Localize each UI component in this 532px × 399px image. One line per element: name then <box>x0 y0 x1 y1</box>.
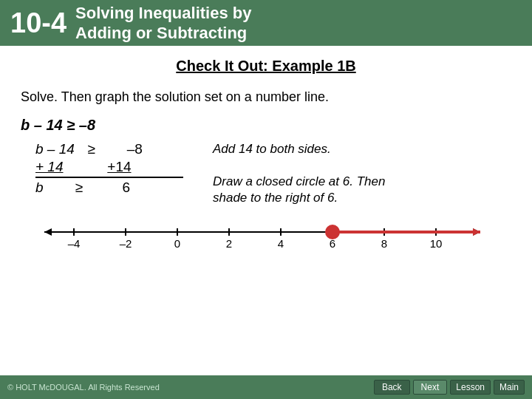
nav-buttons: Back Next Lesson Main <box>374 380 525 395</box>
header: 10-4 Solving Inequalities by Adding or S… <box>0 0 532 46</box>
copyright: © HOLT McDOUGAL. All Rights Reserved <box>7 383 160 392</box>
math-row-2: + 14 +14 <box>35 159 183 178</box>
main-button[interactable]: Main <box>494 380 525 395</box>
step3-op: ≥ <box>68 180 90 196</box>
math-steps: b – 14 ≥ –8 + 14 +14 b ≥ 6 <box>35 141 183 206</box>
problem-label: b – 14 ≥ –8 <box>21 117 511 134</box>
instruction: Solve. Then graph the solution set on a … <box>21 88 511 106</box>
svg-text:2: 2 <box>226 237 232 250</box>
svg-text:0: 0 <box>174 237 180 250</box>
number-line-container: –4 –2 0 2 4 6 8 10 <box>21 214 511 258</box>
subtitle: Check It Out: Example 1B <box>21 58 511 75</box>
math-work-area: b – 14 ≥ –8 + 14 +14 b ≥ 6 Add 14 to bot… <box>35 141 511 206</box>
step3-rhs: 6 <box>96 180 130 196</box>
lesson-number: 10-4 <box>10 9 66 37</box>
bottom-bar: © HOLT McDOUGAL. All Rights Reserved Bac… <box>0 375 532 399</box>
step2-lhs: + 14 <box>35 159 64 175</box>
step1-op: ≥ <box>81 141 103 157</box>
svg-text:8: 8 <box>381 237 387 250</box>
annotation-circle: Draw a closed circle at 6. Then shade to… <box>213 174 405 206</box>
number-line-svg: –4 –2 0 2 4 6 8 10 <box>30 214 502 258</box>
math-row-3: b ≥ 6 <box>35 180 183 196</box>
next-button[interactable]: Next <box>413 380 448 395</box>
step1-rhs: –8 <box>109 141 143 157</box>
main-content: Check It Out: Example 1B Solve. Then gra… <box>0 46 532 273</box>
lesson-title: Solving Inequalities by Adding or Subtra… <box>75 3 251 44</box>
step3-lhs: b <box>35 180 62 196</box>
svg-marker-2 <box>44 228 52 236</box>
number-line-wrap: –4 –2 0 2 4 6 8 10 <box>30 214 502 258</box>
annotation-add14: Add 14 to both sides. <box>213 141 405 157</box>
svg-text:–4: –4 <box>68 237 81 250</box>
step2-rhs: +14 <box>98 159 132 175</box>
svg-text:–2: –2 <box>120 237 132 250</box>
step1-lhs: b – 14 <box>35 141 75 157</box>
svg-text:10: 10 <box>430 237 443 250</box>
svg-marker-20 <box>473 228 480 236</box>
step2-op <box>69 159 92 175</box>
lesson-button[interactable]: Lesson <box>450 380 491 395</box>
math-row-1: b – 14 ≥ –8 <box>35 141 183 157</box>
svg-text:4: 4 <box>278 237 284 250</box>
svg-point-21 <box>326 225 339 239</box>
back-button[interactable]: Back <box>374 380 410 395</box>
